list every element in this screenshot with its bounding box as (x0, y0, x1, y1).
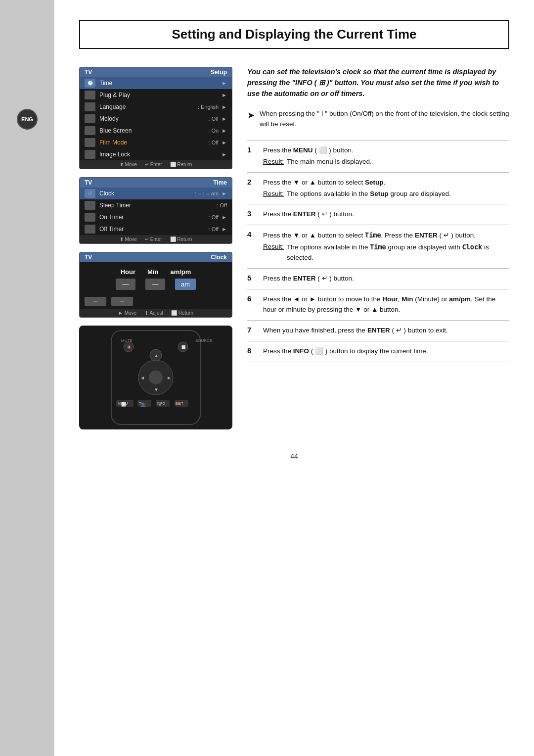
tv-menu-value: : On (208, 128, 219, 134)
tv-menu-arrow: ► (222, 214, 227, 220)
tv-menu-arrow: ► (222, 190, 227, 196)
footer-adjust-3: ⬆ Adjust (144, 310, 163, 316)
steps-table: 1 Press the MENU ( ⬜ ) button. Result: T… (247, 140, 509, 362)
tv-header-left-2: TV (85, 179, 92, 186)
tv-menu-label: Clock (99, 190, 195, 197)
step-number-2: 2 (247, 172, 263, 204)
step-number-5: 5 (247, 269, 263, 289)
tv-menu-value: : -- : -- am (195, 190, 219, 196)
tv-header-right-1: Setup (211, 69, 227, 76)
tv-menu-row: ⏱ Clock : -- : -- am ► (80, 188, 232, 199)
eng-badge: ENG (17, 109, 38, 130)
tv-menu-icon (85, 225, 95, 234)
tv-menu-icon (85, 114, 95, 123)
tv-header-right-3: Clock (211, 254, 227, 261)
step-row-1: 1 Press the MENU ( ⬜ ) button. Result: T… (247, 140, 509, 172)
main-content: Setting and Displaying the Current Time … (54, 0, 534, 756)
page-title-box: Setting and Displaying the Current Time (79, 20, 509, 49)
step-content-4: Press the ▼ or ▲ button to select Time. … (263, 225, 509, 269)
result-label-1: Result: (263, 157, 284, 167)
tv-header-right-2: Time (213, 179, 227, 186)
tv-menu-arrow: ► (222, 140, 227, 145)
footer-return-1: ⬜ Return (170, 162, 192, 167)
tv-menu-arrow: ► (222, 104, 227, 110)
tv-menu-row: Language : English ► (80, 101, 232, 113)
tv-header-left-3: TV (85, 254, 92, 261)
tv-menu-label: Time (99, 80, 219, 87)
tv-menu-label: On Timer (99, 214, 209, 221)
clock-icon-min: — (111, 297, 133, 306)
tv-screen-setup-body: 🕐 Time ► Plug & Play ► Language : (80, 77, 232, 160)
svg-text:▲: ▲ (154, 353, 159, 358)
left-column: TV Setup 🕐 Time ► Plug & Play ► (79, 67, 232, 437)
right-column: You can set the television's clock so th… (247, 67, 509, 437)
tv-screen-time: TV Time ⏱ Clock : -- : -- am ► Sleep Tim… (79, 177, 232, 244)
step-row-5: 5 Press the ENTER ( ↵ ) button. (247, 269, 509, 289)
step-number-1: 1 (247, 140, 263, 172)
tv-screen-setup-footer: ⬆ Move ↵ Enter ⬜ Return (80, 160, 232, 169)
remote-control-image: MUTE SOURCE 🔇 ⬜ ▲ ◄ ► (79, 326, 232, 429)
step-content-7: When you have finished, press the ENTER … (263, 320, 509, 341)
step-row-3: 3 Press the ENTER ( ↵ ) button. (247, 204, 509, 225)
tv-menu-arrow: ► (222, 151, 227, 157)
tv-menu-arrow: ► (222, 92, 227, 98)
step-number-4: 4 (247, 225, 263, 269)
clock-ampm-label: am/pm (170, 268, 191, 276)
svg-text:✕: ✕ (177, 402, 181, 407)
tv-menu-label: Sleep Timer (99, 202, 217, 209)
svg-text:📺: 📺 (141, 402, 146, 407)
tv-menu-label: Film Mode (99, 139, 209, 146)
tv-menu-icon (85, 213, 95, 222)
step-number-6: 6 (247, 289, 263, 321)
footer-return-3: ⬜ Return (171, 310, 193, 316)
tv-menu-value: : Off (217, 202, 227, 208)
tv-menu-icon (85, 102, 95, 111)
result-text-2: The options available in the Setup group… (287, 189, 451, 199)
tv-menu-label: Off Timer (99, 226, 209, 233)
note-box: ➤ When pressing the " I " button (On/Off… (247, 109, 509, 129)
tv-menu-icon (85, 150, 95, 159)
tv-menu-value: : English (198, 104, 219, 110)
tv-menu-value: : Off (209, 214, 219, 220)
page: ENG Setting and Displaying the Current T… (0, 0, 534, 756)
svg-text:◄: ◄ (140, 375, 145, 380)
tv-screen-clock-header: TV Clock (80, 252, 232, 262)
footer-move-3: ► Move (118, 310, 136, 316)
tv-menu-row: Plug & Play ► (80, 89, 232, 101)
two-column-layout: TV Setup 🕐 Time ► Plug & Play ► (79, 67, 509, 437)
svg-text:►: ► (167, 375, 172, 380)
tv-screen-time-header: TV Time (80, 178, 232, 188)
tv-menu-value: : Off (209, 140, 219, 145)
clock-display: Hour Min am/pm — — am (80, 262, 232, 294)
svg-text:INFO: INFO (157, 402, 165, 405)
tv-menu-icon (85, 91, 95, 99)
footer-move-2: ⬆ Move (120, 236, 137, 242)
result-text-4: The options available in the Time group … (287, 242, 509, 263)
step-row-8: 8 Press the INFO ( ⬜ ) button to display… (247, 341, 509, 362)
result-text-1: The main menu is displayed. (287, 157, 372, 167)
svg-text:ℹ: ℹ (159, 402, 161, 407)
clock-values: — — am (116, 279, 196, 290)
step-number-7: 7 (247, 320, 263, 341)
svg-text:⬜: ⬜ (181, 345, 186, 349)
tv-menu-row: Blue Screen : On ► (80, 125, 232, 137)
tv-menu-label: Melody (99, 115, 209, 122)
tv-screen-time-body: ⏱ Clock : -- : -- am ► Sleep Timer : Off (80, 188, 232, 235)
tv-header-left-1: TV (85, 69, 92, 76)
footer-move-1: ⬆ Move (120, 162, 137, 167)
tv-menu-arrow: ► (222, 116, 227, 122)
remote-svg: MUTE SOURCE 🔇 ⬜ ▲ ◄ ► (87, 328, 225, 427)
svg-text:⬜: ⬜ (121, 402, 126, 407)
tv-screen-setup: TV Setup 🕐 Time ► Plug & Play ► (79, 67, 232, 169)
step-content-3: Press the ENTER ( ↵ ) button. (263, 204, 509, 225)
tv-screen-time-footer: ⬆ Move ↵ Enter ⬜ Return (80, 235, 232, 243)
tv-menu-arrow: ► (222, 226, 227, 232)
tv-screen-clock-footer: ► Move ⬆ Adjust ⬜ Return (80, 309, 232, 317)
clock-icon-hour: — (85, 297, 106, 306)
tv-screen-clock: TV Clock Hour Min am/pm — — (79, 252, 232, 318)
tv-menu-row: 🕐 Time ► (80, 77, 232, 89)
step-row-2: 2 Press the ▼ or ▲ button to select Setu… (247, 172, 509, 204)
tv-menu-row: On Timer : Off ► (80, 211, 232, 223)
step-content-6: Press the ◄ or ► button to move to the H… (263, 289, 509, 321)
tv-screen-setup-header: TV Setup (80, 67, 232, 77)
